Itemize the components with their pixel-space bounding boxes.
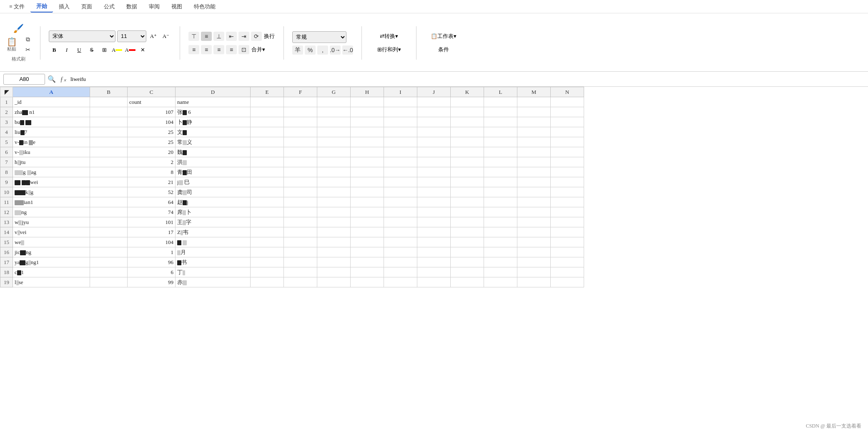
- row-header-9[interactable]: 9: [0, 177, 13, 187]
- cell-D11[interactable]: 赵j: [176, 197, 251, 207]
- cell-E7[interactable]: [251, 157, 284, 167]
- cell-D3[interactable]: 卜静: [176, 117, 251, 127]
- cell-K13[interactable]: [451, 217, 484, 227]
- cell-I10[interactable]: [384, 187, 417, 197]
- font-size-select[interactable]: 11: [117, 30, 146, 42]
- cell-F19[interactable]: [284, 277, 317, 287]
- cell-J10[interactable]: [417, 187, 451, 197]
- increase-decimal-button[interactable]: .0→: [330, 45, 341, 55]
- cell-J12[interactable]: [417, 207, 451, 217]
- cell-C13[interactable]: 101: [128, 217, 176, 227]
- cell-M19[interactable]: [517, 277, 551, 287]
- cell-L12[interactable]: [484, 207, 517, 217]
- cell-D6[interactable]: 魏: [176, 147, 251, 157]
- cell-D8[interactable]: 青田: [176, 167, 251, 177]
- cell-E12[interactable]: [251, 207, 284, 217]
- cell-J9[interactable]: [417, 177, 451, 187]
- convert-button[interactable]: ⇄ 转换 ▾: [370, 31, 408, 42]
- cell-L5[interactable]: [484, 137, 517, 147]
- bold-button[interactable]: B: [49, 45, 60, 55]
- row-header-17[interactable]: 17: [0, 257, 13, 267]
- search-formula-icon[interactable]: 🔍: [48, 75, 56, 83]
- cell-D15[interactable]: [176, 237, 251, 247]
- cell-F18[interactable]: [284, 267, 317, 277]
- cell-F2[interactable]: [284, 107, 317, 117]
- cell-I5[interactable]: [384, 137, 417, 147]
- col-header-A[interactable]: A: [13, 87, 90, 97]
- indent-increase-button[interactable]: ⇥: [238, 32, 249, 41]
- cell-F13[interactable]: [284, 217, 317, 227]
- col-header-H[interactable]: H: [351, 87, 384, 97]
- cell-M7[interactable]: [517, 157, 551, 167]
- cell-G17[interactable]: [317, 257, 351, 267]
- menu-page[interactable]: 页面: [75, 1, 98, 12]
- cell-B8[interactable]: [90, 167, 128, 177]
- cell-D12[interactable]: 席卜: [176, 207, 251, 217]
- cell-I11[interactable]: [384, 197, 417, 207]
- cell-G19[interactable]: [317, 277, 351, 287]
- cell-M13[interactable]: [517, 217, 551, 227]
- cell-C19[interactable]: 99: [128, 277, 176, 287]
- cell-N6[interactable]: [551, 147, 584, 157]
- cell-I13[interactable]: [384, 217, 417, 227]
- cell-H18[interactable]: [351, 267, 384, 277]
- cell-N7[interactable]: [551, 157, 584, 167]
- cell-J2[interactable]: [417, 107, 451, 117]
- cell-I15[interactable]: [384, 237, 417, 247]
- cell-K10[interactable]: [451, 187, 484, 197]
- cell-I18[interactable]: [384, 267, 417, 277]
- cell-F16[interactable]: [284, 247, 317, 257]
- justify-button[interactable]: ≡: [226, 45, 237, 54]
- cell-B16[interactable]: [90, 247, 128, 257]
- cell-G6[interactable]: [317, 147, 351, 157]
- cell-L9[interactable]: [484, 177, 517, 187]
- cell-A16[interactable]: jicng: [13, 247, 90, 257]
- cell-C7[interactable]: 2: [128, 157, 176, 167]
- underline-button[interactable]: U: [74, 45, 85, 55]
- distribute-button[interactable]: ⊡: [238, 45, 249, 54]
- cell-G7[interactable]: [317, 157, 351, 167]
- cell-N9[interactable]: [551, 177, 584, 187]
- cell-A5[interactable]: v-in e: [13, 137, 90, 147]
- cell-H7[interactable]: [351, 157, 384, 167]
- italic-button[interactable]: I: [61, 45, 72, 55]
- cell-L8[interactable]: [484, 167, 517, 177]
- rotate-button[interactable]: ⟳: [251, 32, 262, 41]
- cell-F6[interactable]: [284, 147, 317, 157]
- cell-A17[interactable]: yagng1: [13, 257, 90, 267]
- cell-D19[interactable]: 赤: [176, 277, 251, 287]
- cell-E1[interactable]: [251, 97, 284, 107]
- cell-M1[interactable]: [517, 97, 551, 107]
- cell-E5[interactable]: [251, 137, 284, 147]
- cell-D13[interactable]: 王字: [176, 217, 251, 227]
- align-right-button[interactable]: ≡: [213, 45, 224, 54]
- cell-L15[interactable]: [484, 237, 517, 247]
- cell-J11[interactable]: [417, 197, 451, 207]
- cell-L7[interactable]: [484, 157, 517, 167]
- cell-C1[interactable]: count: [128, 97, 176, 107]
- cell-L16[interactable]: [484, 247, 517, 257]
- cell-L4[interactable]: [484, 127, 517, 137]
- cell-M10[interactable]: [517, 187, 551, 197]
- cell-F11[interactable]: [284, 197, 317, 207]
- cell-G10[interactable]: [317, 187, 351, 197]
- cell-A8[interactable]: g ag: [13, 167, 90, 177]
- cell-G5[interactable]: [317, 137, 351, 147]
- cell-G9[interactable]: [317, 177, 351, 187]
- cell-G4[interactable]: [317, 127, 351, 137]
- col-header-I[interactable]: I: [384, 87, 417, 97]
- cell-E9[interactable]: [251, 177, 284, 187]
- cell-L10[interactable]: [484, 187, 517, 197]
- menu-review[interactable]: 审阅: [143, 1, 166, 12]
- cell-K3[interactable]: [451, 117, 484, 127]
- cell-J1[interactable]: [417, 97, 451, 107]
- cell-D10[interactable]: 龚司: [176, 187, 251, 197]
- cell-reference-input[interactable]: [3, 74, 45, 85]
- col-header-F[interactable]: F: [284, 87, 317, 97]
- cell-G1[interactable]: [317, 97, 351, 107]
- cell-G11[interactable]: [317, 197, 351, 207]
- cell-E6[interactable]: [251, 147, 284, 157]
- col-header-J[interactable]: J: [417, 87, 451, 97]
- col-header-C[interactable]: C: [128, 87, 176, 97]
- menu-data[interactable]: 数据: [120, 1, 143, 12]
